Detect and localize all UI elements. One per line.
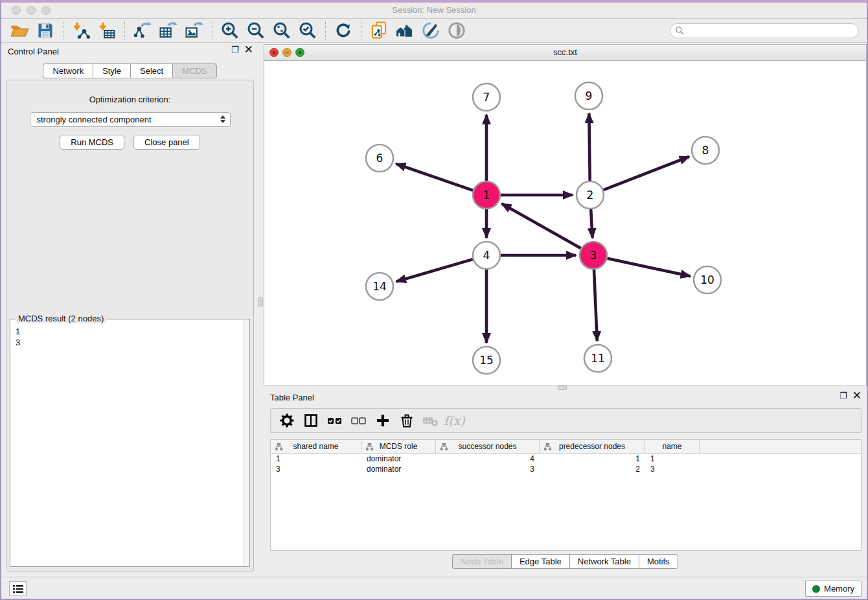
vertical-splitter-grip[interactable]	[258, 297, 263, 306]
status-bar: Memory	[1, 577, 867, 599]
column-type-icon	[365, 443, 374, 451]
close-panel-button[interactable]: Close panel	[133, 135, 200, 150]
tab-motifs[interactable]: Motifs	[639, 554, 678, 569]
delete-columns-button[interactable]	[394, 410, 418, 431]
tab-edge-table[interactable]: Edge Table	[511, 554, 569, 569]
tab-network[interactable]: Network	[43, 63, 93, 78]
tab-mcds[interactable]: MCDS	[172, 63, 216, 78]
show-column-button[interactable]	[299, 410, 323, 431]
close-table-panel-icon[interactable]: ✕	[852, 391, 862, 400]
column-header-successor-nodes[interactable]: successor nodes	[436, 440, 540, 453]
network-canvas[interactable]: 7968124314101511	[264, 61, 866, 386]
edge-3-11[interactable]	[594, 270, 597, 341]
toolbar-separator	[63, 21, 63, 40]
plus-icon	[375, 413, 391, 428]
style-brush-icon	[421, 21, 440, 40]
toolbar-separator	[124, 21, 125, 40]
unselect-all-icon	[350, 413, 367, 428]
window-titlebar: Session: New Session	[1, 3, 867, 19]
network-window-title: scc.txt	[264, 47, 866, 57]
refresh-view-button[interactable]	[330, 20, 356, 41]
memory-button[interactable]: Memory	[805, 581, 862, 597]
table-options-button[interactable]	[275, 410, 299, 431]
export-table-button[interactable]	[155, 20, 181, 41]
show-graphics-details-button[interactable]	[444, 20, 470, 41]
save-floppy-icon	[36, 21, 54, 40]
task-history-button[interactable]	[9, 581, 27, 596]
column-type-icon	[543, 443, 552, 451]
open-session-button[interactable]	[6, 20, 32, 41]
edge-3-10[interactable]	[608, 259, 691, 277]
window-title: Session: New Session	[1, 5, 867, 15]
export-network-button[interactable]	[130, 20, 155, 41]
zoom-fit-icon	[272, 21, 291, 40]
import-network-icon	[71, 21, 91, 40]
column-header-predecessor-nodes[interactable]: predecessor nodes	[540, 440, 645, 453]
column-header-mcds-role[interactable]: MCDS role	[361, 440, 436, 453]
open-folder-icon	[10, 21, 29, 40]
edge-3-1[interactable]	[502, 203, 581, 248]
unselect-all-columns-button[interactable]	[347, 410, 371, 431]
save-session-button[interactable]	[32, 20, 58, 41]
toolbar-separator	[361, 21, 361, 40]
import-table-icon	[97, 21, 117, 40]
node-label-7: 7	[483, 91, 490, 104]
home-icon	[394, 21, 415, 40]
table-header-row: shared name MCDS role successor nodes pr…	[271, 440, 861, 454]
column-header-shared-name[interactable]: shared name	[271, 440, 361, 453]
control-panel-tabs: Network Style Select MCDS	[1, 63, 258, 78]
network-window-titlebar: × − + scc.txt	[264, 45, 866, 61]
node-label-14: 14	[372, 280, 387, 293]
export-image-button[interactable]	[181, 20, 207, 41]
edge-4-14[interactable]	[396, 259, 473, 281]
edge-2-3[interactable]	[591, 209, 592, 238]
export-table-icon	[159, 21, 178, 40]
table-row[interactable]: 1 dominator 4 1 1	[271, 454, 861, 464]
list-icon	[13, 584, 23, 594]
mcds-result-box: MCDS result (2 nodes) 1 3	[10, 319, 250, 567]
select-all-columns-button[interactable]	[323, 410, 347, 431]
tab-select[interactable]: Select	[130, 63, 172, 78]
clone-network-button[interactable]	[366, 20, 392, 41]
tab-node-table[interactable]: Node Table	[452, 554, 511, 569]
first-neighbors-button[interactable]	[392, 20, 418, 41]
result-scrollbar[interactable]	[243, 320, 249, 566]
memory-status-icon	[812, 585, 820, 593]
optimization-criterion-value: strongly connected component	[37, 115, 152, 124]
close-panel-icon[interactable]: ✕	[244, 45, 253, 54]
optimization-criterion-select[interactable]: strongly connected component	[30, 112, 231, 127]
optimization-criterion-label: Optimization criterion:	[6, 95, 253, 104]
edge-2-8[interactable]	[604, 157, 689, 190]
table-panel: Table Panel ❐ ✕	[264, 389, 867, 581]
mcds-result-text[interactable]: 1 3	[16, 326, 242, 565]
column-header-name[interactable]: name	[645, 440, 700, 453]
apply-style-button[interactable]	[418, 20, 444, 41]
import-table-button[interactable]	[94, 20, 120, 41]
zoom-out-button[interactable]	[243, 20, 269, 41]
network-window: × − + scc.txt 7968124314101511	[264, 44, 867, 386]
edge-1-6[interactable]	[396, 164, 474, 190]
float-table-panel-icon[interactable]: ❐	[839, 391, 847, 400]
node-label-4: 4	[483, 249, 490, 262]
zoom-fit-button[interactable]	[269, 20, 295, 41]
import-network-button[interactable]	[68, 20, 94, 41]
trash-icon	[399, 413, 415, 428]
clone-network-icon	[369, 21, 389, 40]
create-column-button[interactable]	[371, 410, 394, 431]
node-label-9: 9	[586, 89, 593, 102]
table-row[interactable]: 3 dominator 3 2 3	[271, 464, 861, 474]
node-label-3: 3	[590, 249, 597, 262]
edge-2-9[interactable]	[589, 113, 589, 181]
select-stepper-icon	[220, 115, 225, 123]
float-panel-icon[interactable]: ❐	[231, 45, 239, 54]
delete-table-button-disabled	[418, 410, 442, 431]
horizontal-splitter-grip[interactable]	[558, 385, 567, 390]
run-mcds-button[interactable]: Run MCDS	[60, 135, 124, 150]
toolbar-separator	[325, 21, 326, 40]
search-input[interactable]	[670, 23, 859, 38]
tab-style[interactable]: Style	[93, 63, 130, 78]
tab-network-table[interactable]: Network Table	[569, 554, 639, 569]
zoom-selected-button[interactable]	[295, 20, 321, 41]
table-panel-title: Table Panel	[270, 393, 314, 402]
zoom-in-button[interactable]	[217, 20, 243, 41]
